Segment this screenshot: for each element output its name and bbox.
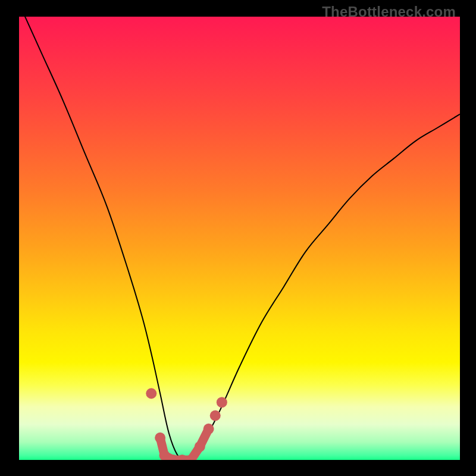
marker-dot <box>195 441 205 452</box>
watermark-label: TheBottleneck.com <box>322 4 456 20</box>
chart-svg <box>19 17 460 460</box>
chart-root: TheBottleneck.com <box>0 0 476 476</box>
marker-dot <box>217 397 227 408</box>
marker-dot <box>210 411 221 421</box>
marker-dot <box>146 388 156 399</box>
bottleneck-curve <box>19 17 460 460</box>
marker-dot <box>155 433 165 443</box>
marker-dot <box>203 424 214 434</box>
marker-dots-group <box>146 388 227 460</box>
plot-area <box>19 17 460 460</box>
